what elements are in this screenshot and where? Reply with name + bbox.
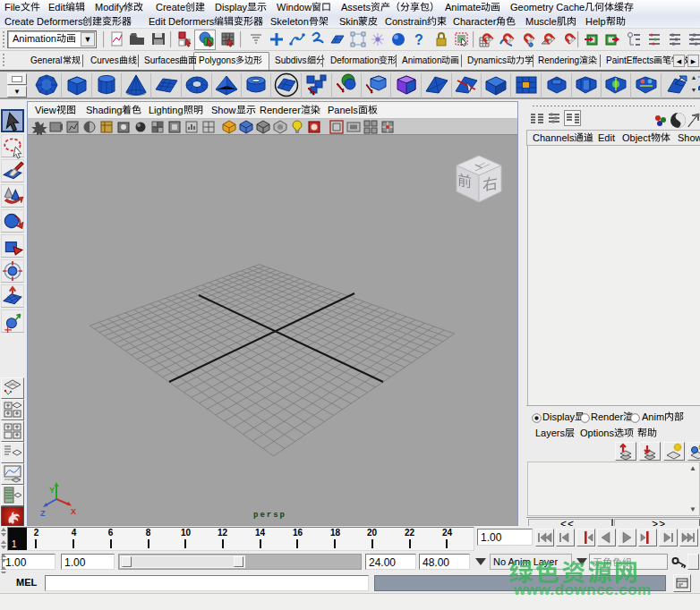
svg-text:Z: Z (40, 509, 46, 518)
svg-text:?: ? (414, 32, 423, 47)
svg-text:X: X (71, 507, 76, 516)
svg-text:Y: Y (49, 486, 55, 495)
